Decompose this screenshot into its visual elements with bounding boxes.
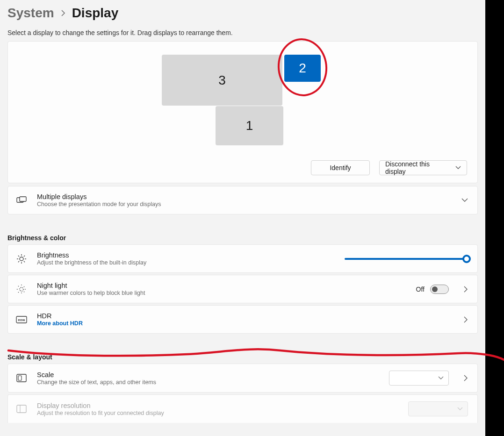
- brightness-sub: Adjust the brightness of the built-in di…: [37, 259, 336, 266]
- monitor-2[interactable]: 2: [284, 55, 321, 82]
- scale-select[interactable]: [389, 371, 449, 386]
- night-light-icon: [14, 284, 29, 294]
- multiple-displays-title: Multiple displays: [37, 193, 446, 200]
- display-arrangement-panel: 3 2 1 Identify Disconnect this display: [7, 41, 478, 183]
- right-black-bar: [485, 0, 504, 436]
- monitor-3[interactable]: 3: [162, 55, 282, 106]
- svg-rect-1: [20, 197, 26, 201]
- identify-button[interactable]: Identify: [311, 160, 370, 175]
- chevron-down-icon: [455, 166, 461, 170]
- brightness-title: Brightness: [37, 251, 336, 259]
- scale-icon: [14, 374, 29, 382]
- breadcrumb-current: Display: [72, 6, 119, 21]
- sun-icon: [14, 254, 29, 264]
- resolution-select: [408, 401, 468, 416]
- monitor-1[interactable]: 1: [216, 106, 283, 145]
- svg-line-8: [24, 261, 25, 262]
- resolution-icon: [14, 405, 29, 413]
- scale-sub: Change the size of text, apps, and other…: [37, 379, 381, 386]
- svg-line-9: [18, 261, 19, 262]
- svg-rect-23: [18, 376, 22, 380]
- hdr-more-link[interactable]: More about HDR: [37, 320, 449, 327]
- scale-row[interactable]: Scale Change the size of text, apps, and…: [7, 364, 478, 393]
- hdr-title: HDR: [37, 312, 449, 320]
- multiple-displays-row[interactable]: Multiple displays Choose the presentatio…: [7, 186, 478, 214]
- scale-title: Scale: [37, 371, 381, 379]
- hdr-icon: HDR: [14, 316, 29, 323]
- hdr-row[interactable]: HDR HDR More about HDR: [7, 305, 478, 334]
- svg-line-10: [24, 255, 25, 256]
- breadcrumb-parent[interactable]: System: [7, 6, 54, 21]
- chevron-down-icon: [461, 198, 468, 202]
- disconnect-display-dropdown[interactable]: Disconnect this display: [379, 160, 467, 175]
- chevron-right-icon[interactable]: [464, 286, 468, 293]
- section-brightness-color: Brightness & color: [7, 234, 478, 242]
- breadcrumb: System Display: [7, 6, 478, 21]
- svg-line-16: [18, 286, 19, 286]
- night-light-title: Night light: [37, 282, 408, 289]
- monitor-canvas[interactable]: 3 2 1: [8, 42, 477, 152]
- chevron-down-icon: [438, 376, 444, 380]
- night-light-sub: Use warmer colors to help block blue lig…: [37, 290, 408, 296]
- night-light-row[interactable]: Night light Use warmer colors to help bl…: [7, 275, 478, 303]
- svg-rect-24: [17, 405, 26, 413]
- chevron-right-icon: [61, 10, 65, 16]
- section-scale-layout: Scale & layout: [7, 353, 478, 361]
- svg-point-11: [20, 287, 23, 291]
- night-light-state: Off: [416, 286, 425, 293]
- svg-line-19: [24, 286, 25, 286]
- resolution-row: Display resolution Adjust the resolution…: [7, 394, 478, 423]
- displays-icon: [14, 196, 29, 205]
- night-light-toggle[interactable]: [430, 285, 449, 294]
- resolution-sub: Adjust the resolution to fit your connec…: [37, 410, 400, 416]
- svg-text:HDR: HDR: [18, 318, 26, 322]
- resolution-title: Display resolution: [37, 402, 400, 409]
- chevron-right-icon[interactable]: [464, 316, 468, 323]
- svg-point-2: [20, 257, 23, 261]
- brightness-slider[interactable]: [345, 254, 468, 264]
- svg-line-17: [24, 292, 25, 293]
- disconnect-display-label: Disconnect this display: [385, 160, 451, 175]
- multiple-displays-sub: Choose the presentation mode for your di…: [37, 201, 446, 207]
- chevron-right-icon[interactable]: [464, 375, 468, 381]
- svg-line-7: [18, 255, 19, 256]
- brightness-row: Brightness Adjust the brightness of the …: [7, 244, 478, 273]
- helper-text: Select a display to change the settings …: [7, 29, 478, 36]
- svg-line-18: [18, 292, 19, 293]
- chevron-down-icon: [457, 407, 463, 411]
